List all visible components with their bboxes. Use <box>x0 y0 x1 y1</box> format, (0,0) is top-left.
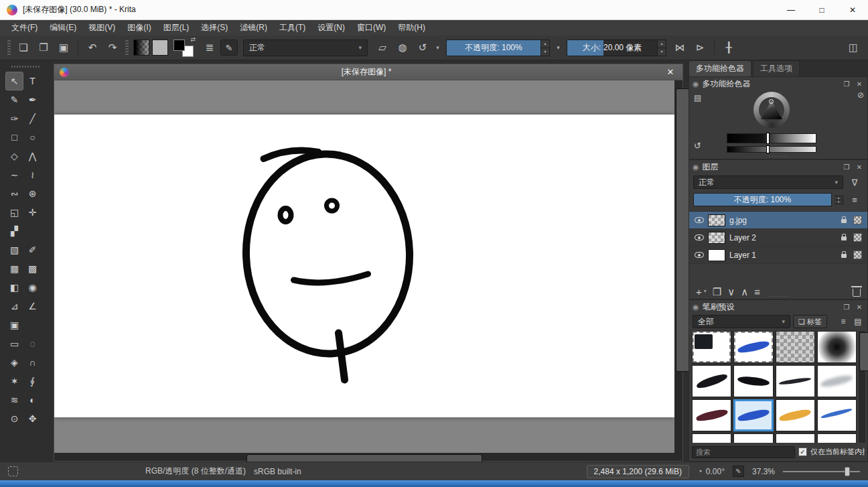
zoom-slider-thumb[interactable] <box>845 467 850 476</box>
move-tool[interactable]: ✛ <box>23 203 42 222</box>
minimize-button[interactable]: — <box>776 0 806 19</box>
menu-item[interactable]: 窗口(W) <box>351 21 392 35</box>
select-opaque-tool[interactable]: ◐ <box>23 391 42 409</box>
polyline-tool[interactable]: ⋀ <box>23 147 42 165</box>
menu-item[interactable]: 编辑(E) <box>44 21 82 35</box>
selection-mode-icon[interactable] <box>8 466 18 476</box>
subwindow-titlebar[interactable]: [未保存图像] * ✕ <box>54 64 682 80</box>
close-panel-icon[interactable]: ✕ <box>855 163 864 171</box>
value-gradient-bar[interactable] <box>727 133 816 143</box>
layer-row[interactable]: Layer 1 <box>689 247 867 264</box>
polygonal-select-tool[interactable]: ◈ <box>5 353 23 372</box>
layer-row[interactable]: Layer 2 <box>689 229 867 247</box>
close-panel-icon[interactable]: ✕ <box>855 303 864 311</box>
transform-tool[interactable]: ◱ <box>5 203 23 222</box>
spin-up-icon[interactable]: ▴ <box>658 40 666 48</box>
enclose-fill-tool[interactable]: ◉ <box>23 278 42 297</box>
menu-item[interactable]: 设置(N) <box>311 21 351 35</box>
menu-item[interactable]: 滤镜(R) <box>234 21 273 35</box>
hue-ring[interactable] <box>753 92 790 128</box>
edit-shapes-tool[interactable]: ✎ <box>5 90 23 109</box>
menu-item[interactable]: 工具(T) <box>273 21 311 35</box>
brush-preset[interactable] <box>817 433 857 443</box>
layer-blend-mode-select[interactable]: 正常 ▾ <box>693 176 843 189</box>
zoom-slider[interactable] <box>783 467 860 476</box>
rectangular-select-tool[interactable]: ▭ <box>5 334 23 353</box>
shade-gradient-bar[interactable] <box>727 146 816 153</box>
preserve-alpha-button[interactable]: ◍ <box>393 39 412 56</box>
docker-tab[interactable]: 工具选项 <box>753 60 800 76</box>
freehand-brush-tool[interactable]: ✑ <box>5 109 23 128</box>
freehand-select-tool[interactable]: ∩ <box>23 353 42 372</box>
similar-color-select-tool[interactable]: ✶ <box>5 372 23 391</box>
fill-tool[interactable]: ◧ <box>5 278 23 297</box>
marker-chisel-preset[interactable] <box>776 399 815 431</box>
menu-item[interactable]: 文件(F) <box>5 21 44 35</box>
bezier-select-tool[interactable]: ∮ <box>23 372 42 391</box>
bezier-curve-tool[interactable]: ∼ <box>5 165 23 184</box>
magnetic-select-tool[interactable]: ≋ <box>5 391 23 409</box>
opacity-slider[interactable]: 不透明度: 100% <box>446 40 541 56</box>
layer-row[interactable]: g.jpg <box>689 212 867 229</box>
opacity-spinner[interactable]: ▴ ▾ <box>541 40 550 56</box>
line-tool[interactable]: ╱ <box>23 109 42 128</box>
wrap-around-button[interactable]: ╂ <box>719 39 738 56</box>
pan-tool[interactable]: ✥ <box>23 409 42 428</box>
undo-button[interactable]: ↶ <box>83 39 102 56</box>
menu-item[interactable]: 视图(V) <box>82 21 121 35</box>
lock-icon[interactable] <box>841 219 847 223</box>
ink-brush-rough-preset[interactable] <box>692 365 731 397</box>
save-button[interactable]: ▣ <box>54 39 73 56</box>
select-shapes-tool[interactable]: ↖ <box>5 72 23 90</box>
eraser-soft-preset[interactable] <box>733 331 773 363</box>
gradient-swatch[interactable] <box>133 40 149 56</box>
menu-item[interactable]: 选择(S) <box>195 21 234 35</box>
brush-settings-button[interactable]: ≣ <box>200 39 219 56</box>
foreground-background-colors[interactable]: ⇄ <box>173 38 195 57</box>
brush-search-input[interactable] <box>692 446 795 458</box>
spin-up-icon[interactable]: ▴ <box>541 40 550 48</box>
lock-icon[interactable] <box>841 254 847 258</box>
spin-down-icon[interactable]: ▾ <box>541 48 550 56</box>
mirror-vertical-button[interactable]: ⊳ <box>691 39 709 56</box>
inherit-alpha-icon[interactable] <box>853 233 862 242</box>
opacity-caret[interactable]: ▾ <box>554 39 563 56</box>
selector-settings-icon[interactable]: ▤ <box>694 93 701 102</box>
polygon-tool[interactable]: ◇ <box>5 147 23 165</box>
reference-images-tool[interactable]: ▣ <box>5 316 23 334</box>
brush-grid-scrollbar-thumb[interactable] <box>859 332 868 371</box>
eraser-block-preset[interactable] <box>692 331 731 363</box>
view-mode-icon[interactable]: ▤ <box>852 317 864 326</box>
crop-tool[interactable]: ▞ <box>5 222 23 240</box>
brush-preset[interactable] <box>733 433 773 443</box>
open-document-button[interactable]: ❐ <box>34 39 53 56</box>
no-color-icon[interactable]: ⊘ <box>857 90 864 100</box>
close-document-icon[interactable]: ✕ <box>664 67 677 77</box>
panel-resize-handle[interactable] <box>689 154 867 159</box>
layer-visibility-eye-icon[interactable] <box>695 252 704 258</box>
menu-item[interactable]: 帮助(H) <box>392 21 431 35</box>
brush-tag-filter-select[interactable]: 全部 ▾ <box>693 315 790 328</box>
rectangle-tool[interactable]: □ <box>5 128 23 147</box>
text-tool[interactable]: T <box>23 72 42 90</box>
ink-ballpen-preset[interactable] <box>733 365 773 397</box>
fineliner-preset[interactable] <box>776 365 815 397</box>
brush-preset[interactable] <box>776 433 815 443</box>
float-panel-icon[interactable]: ❐ <box>842 163 851 171</box>
close-button[interactable]: ✕ <box>837 0 868 19</box>
basic-opacity-preset[interactable] <box>733 399 773 431</box>
add-layer-caret[interactable]: ▾ <box>704 289 707 294</box>
color-history-icon[interactable]: ↺ <box>694 141 701 151</box>
spin-down-icon[interactable]: ▾ <box>658 48 666 56</box>
brush-size-slider[interactable]: 大小: 20.00 像素 <box>567 40 658 56</box>
brush-preset-chip-icon[interactable]: ✎ <box>733 466 744 477</box>
assistants-tool[interactable]: ⊿ <box>5 297 23 316</box>
eraser-mode-button[interactable]: ▱ <box>373 39 392 56</box>
color-sampler-tool[interactable]: ✐ <box>23 240 42 259</box>
color-selector[interactable]: ▤ ⊘ ↺ <box>689 90 867 157</box>
layer-visibility-eye-icon[interactable] <box>695 234 704 240</box>
size-spinner[interactable]: ▴ ▾ <box>658 40 666 56</box>
docker-tab[interactable]: 多功能拾色器 <box>689 60 751 76</box>
freehand-path-tool[interactable]: ≀ <box>23 165 42 184</box>
search-in-tag-checkbox[interactable]: ✓ <box>798 447 807 456</box>
